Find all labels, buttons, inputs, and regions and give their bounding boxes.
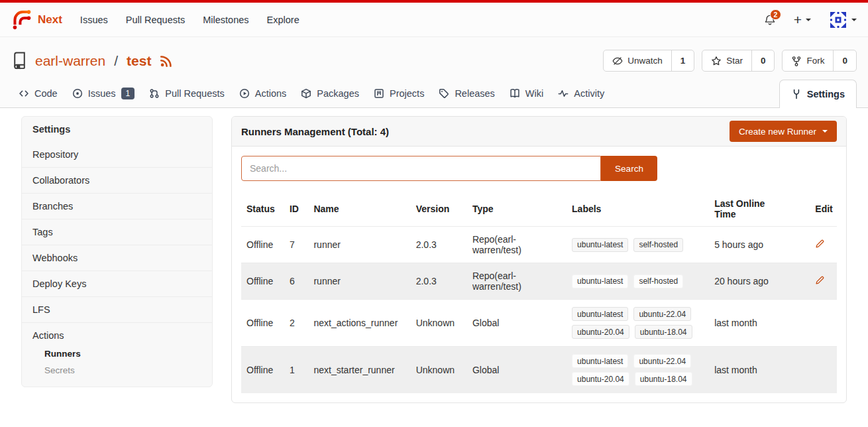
runner-id: 6 [284,263,309,300]
repo-action-buttons: Unwatch1Star0Fork0 [603,50,857,72]
runner-label-badge: ubuntu-22.04 [633,307,691,321]
repo-owner-link[interactable]: earl-warren [35,53,105,69]
sidebar-item-webhooks[interactable]: Webhooks [22,245,212,271]
chevron-down-icon [806,19,811,21]
unwatch-button[interactable]: Unwatch [604,50,671,71]
runner-row-2: Offline2next_actions_runnerUnknownGlobal… [241,300,837,347]
repo-header-section: earl-warren / test Unwatch1Star0Fork0 Co… [0,37,868,108]
fork-icon [791,56,802,66]
sidebar-item-runners[interactable]: Runners [22,345,212,362]
tab-packages[interactable]: Packages [294,80,366,107]
sidebar-items: RepositoryCollaboratorsBranchesTagsWebho… [22,142,212,322]
sidebar-item-secrets[interactable]: Secrets [22,362,212,379]
sidebar-item-collaborators[interactable]: Collaborators [22,167,212,193]
tab-projects[interactable]: Projects [366,80,431,107]
sidebar-group-actions: Actions RunnersSecrets [22,322,212,387]
fork-button[interactable]: Fork [783,50,833,71]
sidebar-item-lfs[interactable]: LFS [22,296,212,322]
create-new-runner-button[interactable]: Create new Runner [730,121,837,142]
nav-link-milestones[interactable]: Milestones [203,15,248,25]
create-menu-button[interactable]: + [794,13,811,27]
pkg-icon [301,88,311,99]
sidebar-item-branches[interactable]: Branches [22,193,212,219]
sidebar-item-deploy-keys[interactable]: Deploy Keys [22,271,212,296]
edit-pencil-icon[interactable] [815,275,825,285]
tab-wiki[interactable]: Wiki [502,80,551,107]
runner-last-online: 5 hours ago [709,227,810,263]
repo-name-link[interactable]: test [127,53,151,69]
nav-link-explore[interactable]: Explore [267,15,299,25]
main-navbar: Next IssuesPull RequestsMilestonesExplor… [0,3,868,37]
runner-labels: ubuntu-latestubuntu-22.04ubuntu-20.04ubu… [567,347,709,394]
nav-link-issues[interactable]: Issues [80,15,108,25]
runner-type: Global [467,300,567,347]
runner-version: 2.0.3 [411,227,467,263]
tab-code[interactable]: Code [11,80,65,107]
tab-issues[interactable]: Issues1 [65,80,142,107]
project-icon [374,88,384,99]
runner-status: Offline [241,227,284,263]
runner-labels: ubuntu-latestself-hosted [567,263,709,300]
chevron-down-icon [851,19,857,21]
runner-label-badge: ubuntu-latest [572,354,628,368]
sidebar-item-repository[interactable]: Repository [22,142,212,167]
search-input[interactable] [241,156,601,181]
star-button-group: Star0 [702,50,775,72]
runner-row-7: Offline7runner2.0.3Repo(earl-warren/test… [241,227,837,263]
unwatch-label: Unwatch [627,56,663,66]
column-header-version: Version [411,192,467,227]
forgejo-logo-icon [11,9,32,30]
column-header-labels: Labels [567,192,709,227]
repo-book-icon [11,52,28,70]
chevron-down-icon [822,130,828,133]
rss-icon[interactable] [160,54,173,68]
runner-label-badge: ubuntu-20.04 [572,325,629,339]
panel-header: Runners Management (Total: 4) Create new… [232,117,846,147]
runner-edit-cell [810,263,837,300]
tab-label: Projects [390,88,424,99]
runner-status: Offline [241,263,284,300]
tab-label: Code [34,88,58,99]
column-header-edit: Edit [810,192,837,227]
column-header-name: Name [308,192,410,227]
create-new-runner-label: Create new Runner [739,127,816,137]
tab-activity[interactable]: Activity [551,80,612,107]
star-button[interactable]: Star [702,50,751,71]
runner-label-badge: ubuntu-latest [572,238,628,252]
tab-label: Issues [88,88,116,99]
runner-version: Unknown [411,300,467,347]
tab-pull-requests[interactable]: Pull Requests [142,80,231,107]
tab-label: Wiki [525,88,543,99]
issue-icon [72,88,83,99]
star-count[interactable]: 0 [751,50,775,71]
sidebar-item-tags[interactable]: Tags [22,219,212,245]
runner-version: 2.0.3 [411,263,467,300]
edit-pencil-icon[interactable] [815,239,825,249]
runner-type: Repo(earl-warren/test) [467,227,567,263]
notification-count-badge: 2 [770,9,781,21]
table-header-row: StatusIDNameVersionTypeLabelsLast Online… [241,192,837,227]
tab-label: Releases [455,88,494,99]
tab-actions[interactable]: Actions [232,80,294,107]
sidebar-title: Settings [22,117,212,142]
unwatch-count[interactable]: 1 [671,50,694,71]
user-menu-button[interactable] [829,11,857,29]
runner-type: Global [467,347,567,394]
column-header-id: ID [284,192,309,227]
home-link[interactable]: Next [11,9,62,30]
nav-link-pull-requests[interactable]: Pull Requests [126,15,185,25]
tab-releases[interactable]: Releases [431,80,502,107]
tab-settings[interactable]: Settings [779,80,857,108]
runner-last-online: 20 hours ago [709,263,810,300]
sidebar-item-actions[interactable]: Actions [22,330,212,345]
notifications-button[interactable]: 2 [764,14,776,26]
fork-count[interactable]: 0 [833,50,856,71]
nav-links: IssuesPull RequestsMilestonesExplore [80,15,299,25]
pulse-icon [558,88,569,99]
column-header-type: Type [467,192,567,227]
play-icon [239,88,250,99]
runner-type: Repo(earl-warren/test) [467,263,567,300]
runner-name: runner [308,227,410,263]
runner-label-badge: ubuntu-22.04 [633,354,691,368]
search-button[interactable]: Search [601,156,657,181]
